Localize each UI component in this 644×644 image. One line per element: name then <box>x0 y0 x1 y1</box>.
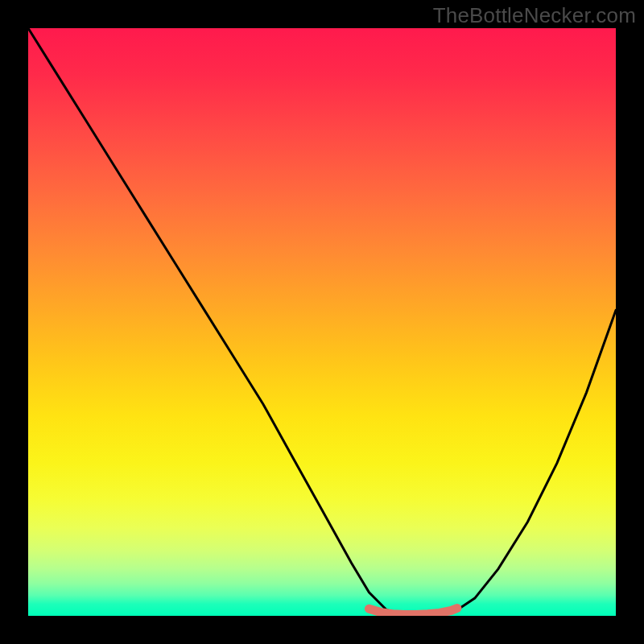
chart-svg <box>28 28 616 616</box>
chart-container: TheBottleNecker.com <box>0 0 644 644</box>
optimal-region-highlight <box>369 609 457 615</box>
plot-area <box>28 28 616 616</box>
bottleneck-curve-line <box>28 28 616 616</box>
watermark-text: TheBottleNecker.com <box>433 3 636 28</box>
